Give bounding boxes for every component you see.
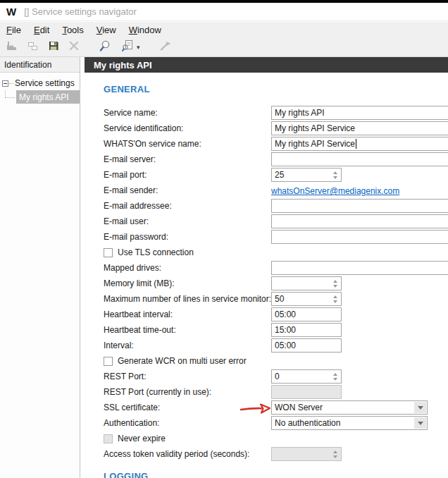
tree-item-service-settings[interactable]: Service settings xyxy=(0,77,80,90)
field-value: 05:00 xyxy=(275,341,296,350)
use-tls-connection-checkbox[interactable] xyxy=(104,248,113,257)
form-row-generate-wcr-on-multi-user-error: Generate WCR on multi user error xyxy=(85,354,448,368)
email-sender-link[interactable]: whatsOnServer@mediagenix.com xyxy=(271,186,399,196)
tree-connector xyxy=(9,83,13,84)
form-row-authentication: Authentication:No authentication xyxy=(85,416,448,430)
whats-on-service-name-input[interactable]: My rights API Service xyxy=(271,137,448,151)
spinner-buttons[interactable] xyxy=(330,293,341,305)
main-panel: My rights API GENERAL Service name:My ri… xyxy=(85,57,448,478)
menu-bar: FileEditToolsViewWindow xyxy=(0,22,448,38)
mapped-drives-input[interactable] xyxy=(271,261,448,275)
field-value: 25 xyxy=(275,170,284,180)
spinner-buttons[interactable] xyxy=(330,168,341,181)
interval-input[interactable]: 05:00 xyxy=(271,338,342,353)
field-label: E-mail addressee: xyxy=(104,201,172,211)
tools-button[interactable] xyxy=(156,39,176,55)
section-title-general: GENERAL xyxy=(104,84,150,94)
delete-button[interactable] xyxy=(65,39,83,55)
form-row-e-mail-addressee: E-mail addressee: xyxy=(85,199,448,213)
field-label: E-mail port: xyxy=(104,170,147,180)
dropdown-button[interactable] xyxy=(414,402,426,413)
e-mail-user-input[interactable] xyxy=(271,214,448,228)
form-row-e-mail-sender: E-mail sender:whatsOnServer@mediagenix.c… xyxy=(85,183,448,197)
e-mail-server-input[interactable] xyxy=(271,152,448,166)
menu-file[interactable]: File xyxy=(0,23,27,37)
red-arrow-annotation-icon xyxy=(239,402,272,417)
form-row-never-expire: Never expire xyxy=(85,431,448,446)
tree-item-my-rights-api[interactable]: My rights API xyxy=(0,90,80,104)
field-label: E-mail sender: xyxy=(104,185,158,195)
authentication-select[interactable]: No authentication xyxy=(271,416,428,430)
menu-edit[interactable]: Edit xyxy=(27,23,56,37)
service-name-input[interactable]: My rights API xyxy=(271,106,448,120)
copy-icon xyxy=(27,40,39,54)
spinner-down-icon xyxy=(333,300,337,303)
text-cursor xyxy=(356,139,356,149)
field-value: 05:00 xyxy=(275,310,296,319)
spinner-up-icon xyxy=(333,373,337,376)
field-label: Heartbeat time-out: xyxy=(104,325,176,335)
app-window: W [] Service settings navigator FileEdit… xyxy=(0,0,448,478)
rest-port-input[interactable]: 0 xyxy=(271,369,342,384)
field-label: SSL certificate: xyxy=(104,403,160,412)
field-label: Access token validity period (seconds): xyxy=(104,449,249,459)
save-button[interactable] xyxy=(44,39,63,55)
field-value: 0 xyxy=(275,372,280,381)
search-icon xyxy=(99,39,112,55)
never-expire-checkbox[interactable] xyxy=(104,434,113,443)
spinner-buttons[interactable] xyxy=(330,277,341,290)
ssl-certificate-select[interactable]: WON Server xyxy=(271,400,428,415)
rest-port-currently-in-use-input xyxy=(271,385,342,399)
form-row-e-mail-user: E-mail user: xyxy=(85,214,448,228)
generate-wcr-on-multi-user-error-checkbox[interactable] xyxy=(104,357,113,366)
maximum-number-of-lines-in-service-monitor-input[interactable]: 50 xyxy=(271,292,342,306)
window-title: [] Service settings navigator xyxy=(24,6,137,17)
tree-root-label: Service settings xyxy=(15,78,75,88)
spinner-down-icon xyxy=(333,176,337,179)
checkbox-label: Use TLS connection xyxy=(118,247,194,257)
form-row-access-token-validity-period-seconds: Access token validity period (seconds): xyxy=(85,447,448,461)
spinner-down-icon xyxy=(333,455,337,458)
factory-icon xyxy=(6,40,18,54)
menu-window[interactable]: Window xyxy=(123,23,168,37)
service-identification-input[interactable]: My rights API Service xyxy=(271,121,448,135)
form-row-mapped-drives: Mapped drives: xyxy=(85,261,448,275)
factory-button[interactable] xyxy=(2,39,21,55)
search-list-button[interactable]: ▾ xyxy=(118,39,144,55)
page-title: My rights API xyxy=(85,57,448,73)
field-value: 50 xyxy=(275,294,284,304)
spinner-down-icon xyxy=(333,378,337,381)
spinner-buttons[interactable] xyxy=(330,370,341,383)
field-label: Service identification: xyxy=(104,123,183,133)
form-row-heartbeat-time-out: Heartbeat time-out:15:00 xyxy=(85,323,448,337)
copy-button[interactable] xyxy=(23,39,42,55)
field-value: My rights API Service xyxy=(275,139,355,149)
sidebar-header: Identification xyxy=(0,57,80,73)
heartbeat-interval-input[interactable]: 05:00 xyxy=(271,307,342,321)
e-mail-addressee-input[interactable] xyxy=(271,199,448,213)
field-value: My rights API Service xyxy=(275,123,355,133)
form-row-whats-on-service-name: WHATS'On service name:My rights API Serv… xyxy=(85,137,448,151)
memory-limit-mb-input[interactable] xyxy=(271,276,342,290)
dropdown-button[interactable] xyxy=(414,417,426,429)
section-title-logging: LOGGING xyxy=(104,471,149,478)
field-label: Mapped drives: xyxy=(104,263,161,273)
field-label: Heartbeat interval: xyxy=(104,310,173,319)
save-icon xyxy=(48,40,59,54)
form-row-memory-limit-mb: Memory limit (MB): xyxy=(85,276,448,290)
spinner-up-icon xyxy=(333,295,337,298)
e-mail-port-input[interactable]: 25 xyxy=(271,168,342,182)
form-row-e-mail-password: E-mail password: xyxy=(85,230,448,244)
field-label: REST Port: xyxy=(104,372,146,381)
field-label: WHATS'On service name: xyxy=(104,139,201,149)
spinner-up-icon xyxy=(333,280,337,283)
title-bar: W [] Service settings navigator xyxy=(0,3,448,21)
menu-view[interactable]: View xyxy=(90,23,123,37)
heartbeat-time-out-input[interactable]: 15:00 xyxy=(271,323,342,337)
tree-expander-icon[interactable] xyxy=(2,80,8,87)
search-button[interactable] xyxy=(95,39,116,55)
e-mail-password-input[interactable] xyxy=(271,230,448,244)
selected-value: No authentication xyxy=(275,418,340,428)
form-row-e-mail-port: E-mail port:25 xyxy=(85,168,448,182)
menu-tools[interactable]: Tools xyxy=(56,23,89,37)
